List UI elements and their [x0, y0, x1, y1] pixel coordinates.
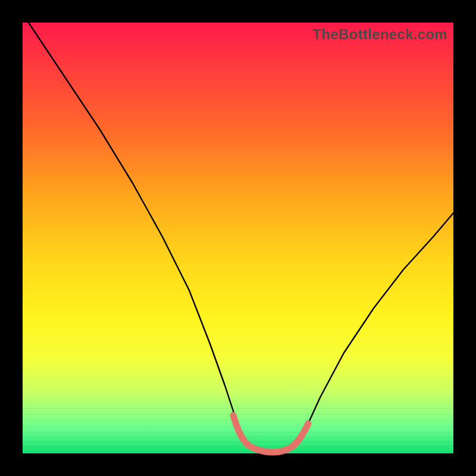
chart-frame: TheBottleneck.com [0, 0, 476, 476]
bottleneck-curve-path [29, 23, 453, 451]
watermark-text: TheBottleneck.com [313, 26, 447, 43]
chart-plot-area: TheBottleneck.com [23, 23, 453, 453]
bottleneck-curve-svg [23, 23, 453, 453]
trough-highlight-path [233, 415, 308, 452]
